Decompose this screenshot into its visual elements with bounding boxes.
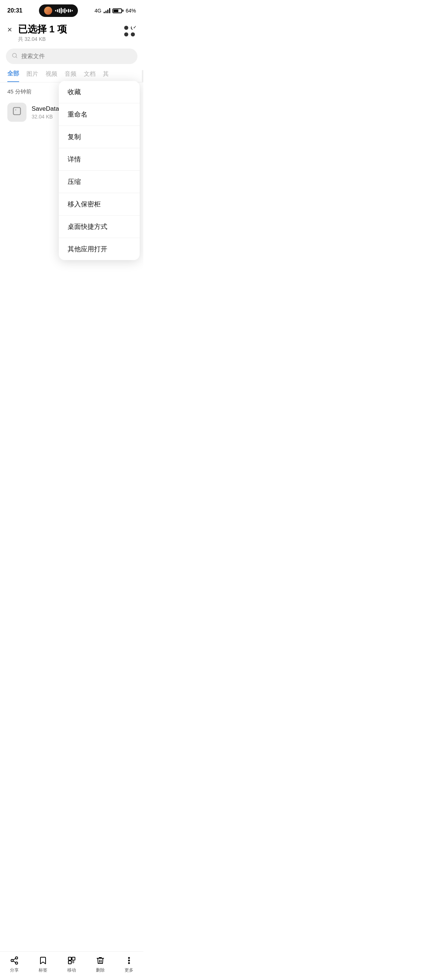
svg-line-1 bbox=[16, 57, 17, 58]
tab-audio[interactable]: 音频 bbox=[65, 70, 76, 82]
page-title: 已选择 1 项 bbox=[18, 24, 67, 35]
search-input[interactable] bbox=[21, 53, 132, 60]
view-options-button[interactable]: ✓ bbox=[124, 26, 136, 38]
media-thumbnail bbox=[44, 6, 52, 15]
menu-item-open-with[interactable]: 其他应用打开 bbox=[59, 238, 140, 260]
battery-percent: 64% bbox=[126, 8, 136, 14]
dot-1 bbox=[124, 26, 128, 30]
header: × 已选择 1 项 共 32.04 KB ✓ bbox=[0, 20, 143, 47]
battery-icon bbox=[113, 8, 124, 13]
tabs-scrollbar bbox=[142, 70, 143, 82]
header-title-block: 已选择 1 项 共 32.04 KB bbox=[18, 24, 67, 43]
page-subtitle: 共 32.04 KB bbox=[18, 36, 67, 43]
svg-point-4 bbox=[16, 110, 16, 110]
signal-icon bbox=[104, 8, 110, 13]
context-menu: 收藏 重命名 复制 详情 压缩 移入保密柜 桌面快捷方式 其他应用打开 bbox=[59, 81, 140, 260]
svg-rect-2 bbox=[13, 107, 21, 115]
menu-item-rename[interactable]: 重命名 bbox=[59, 103, 140, 126]
menu-item-favorite[interactable]: 收藏 bbox=[59, 81, 140, 103]
menu-item-copy[interactable]: 复制 bbox=[59, 126, 140, 148]
waveform-icon bbox=[55, 8, 73, 14]
network-label: 4G bbox=[94, 8, 102, 14]
file-icon bbox=[7, 103, 27, 122]
menu-item-secure[interactable]: 移入保密柜 bbox=[59, 193, 140, 216]
status-center-pill bbox=[39, 5, 78, 17]
dot-3 bbox=[124, 32, 128, 37]
file-type-icon bbox=[12, 106, 22, 118]
menu-item-details[interactable]: 详情 bbox=[59, 148, 140, 171]
search-icon bbox=[12, 52, 17, 60]
close-button[interactable]: × bbox=[7, 24, 12, 35]
status-time: 20:31 bbox=[7, 7, 22, 14]
search-bar[interactable] bbox=[6, 49, 138, 64]
tab-docs[interactable]: 文档 bbox=[84, 70, 95, 82]
check-overlay: ✓ bbox=[132, 24, 138, 30]
status-bar: 20:31 4G 64% bbox=[0, 0, 143, 20]
tab-all[interactable]: 全部 bbox=[7, 70, 19, 82]
header-left: × 已选择 1 项 共 32.04 KB bbox=[7, 24, 67, 43]
tab-more[interactable]: 其 bbox=[103, 70, 109, 82]
header-actions: ✓ bbox=[124, 24, 136, 38]
status-right: 4G 64% bbox=[94, 8, 136, 14]
dot-4 bbox=[131, 32, 135, 37]
tab-videos[interactable]: 视频 bbox=[46, 70, 57, 82]
menu-item-compress[interactable]: 压缩 bbox=[59, 171, 140, 193]
tab-images[interactable]: 图片 bbox=[27, 70, 38, 82]
menu-item-shortcut[interactable]: 桌面快捷方式 bbox=[59, 216, 140, 238]
